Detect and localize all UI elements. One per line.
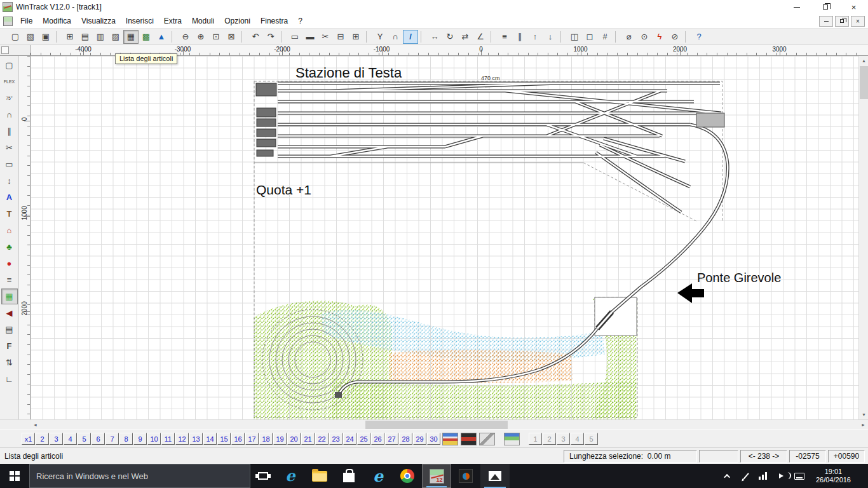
select-area-icon[interactable]: ▢ xyxy=(1,57,18,73)
page-button-29[interactable]: 29 xyxy=(413,433,426,445)
print-preview-icon[interactable]: ⊞ xyxy=(62,30,78,44)
task-view-button[interactable] xyxy=(250,464,276,488)
paste-icon[interactable]: ⊞ xyxy=(348,30,363,44)
tree-icon[interactable]: ♣ xyxy=(1,239,18,255)
horn-icon[interactable]: ◀ xyxy=(1,305,18,321)
page-button-7[interactable]: 7 xyxy=(105,433,119,445)
page-button-16[interactable]: 16 xyxy=(231,433,245,445)
cut-icon[interactable]: ✂ xyxy=(318,30,333,44)
page-button-2[interactable]: 2 xyxy=(36,433,49,445)
page-button-9[interactable]: 9 xyxy=(133,433,147,445)
page-button-17[interactable]: 17 xyxy=(245,433,259,445)
mirror-icon[interactable]: ⇄ xyxy=(458,30,473,44)
file-explorer-taskbar-button[interactable] xyxy=(305,464,334,488)
zoom-all-icon[interactable]: ⊠ xyxy=(224,30,239,44)
open-folder-icon[interactable]: ▧ xyxy=(23,30,38,44)
curve-tool-icon[interactable]: ∩ xyxy=(388,30,403,44)
track-list-icon[interactable]: ▬ xyxy=(302,30,318,44)
aux-page-button-2[interactable]: 2 xyxy=(543,433,556,445)
parts-report-icon[interactable]: ▨ xyxy=(108,30,123,44)
page-button-14[interactable]: 14 xyxy=(203,433,217,445)
align-icon[interactable]: ≡ xyxy=(497,30,512,44)
scroll-right-icon[interactable]: ► xyxy=(858,420,868,430)
page-button-x1[interactable]: x1 xyxy=(22,433,35,445)
swing-bridge-box[interactable] xyxy=(595,297,637,336)
save-icon[interactable]: ▣ xyxy=(38,30,53,44)
plan-gray-icon[interactable] xyxy=(479,433,495,445)
page-button-19[interactable]: 19 xyxy=(273,433,287,445)
restore-button[interactable] xyxy=(811,0,839,14)
store-taskbar-button[interactable] xyxy=(334,464,363,488)
flex-curve-icon[interactable]: ∩ xyxy=(1,107,18,123)
menu-item-modifica[interactable]: Modifica xyxy=(37,15,76,27)
snap-grid-icon[interactable]: # xyxy=(597,30,613,44)
menu-item-inserisci[interactable]: Inserisci xyxy=(121,15,159,27)
copy-icon[interactable]: ⊟ xyxy=(333,30,348,44)
flex-75-icon[interactable]: 75° xyxy=(1,90,18,106)
group-icon[interactable]: ◫ xyxy=(567,30,582,44)
chrome-taskbar-button[interactable] xyxy=(393,464,422,488)
mdi-restore-button[interactable] xyxy=(835,16,849,27)
decoder-icon[interactable]: ▤ xyxy=(1,322,18,337)
marker-icon[interactable]: ● xyxy=(1,255,18,271)
aux-page-button-3[interactable]: 3 xyxy=(557,433,570,445)
view-3d-icon[interactable]: ▲ xyxy=(154,30,169,44)
plan-red-icon[interactable] xyxy=(461,433,477,445)
undo-icon[interactable]: ↶ xyxy=(248,30,263,44)
electric-icon[interactable]: ϟ xyxy=(652,30,667,44)
select-mode-icon[interactable]: ▭ xyxy=(287,30,302,44)
platform-icon[interactable]: ▭ xyxy=(1,156,18,172)
page-button-6[interactable]: 6 xyxy=(92,433,105,445)
aux-page-button-5[interactable]: 5 xyxy=(585,433,598,445)
measure-tool-icon[interactable]: ∟ xyxy=(1,371,18,387)
edge-taskbar-button[interactable]: e xyxy=(276,464,305,488)
keyboard-tray-button[interactable] xyxy=(794,464,804,488)
mdi-close-button[interactable]: × xyxy=(851,16,865,27)
page-button-21[interactable]: 21 xyxy=(301,433,315,445)
plan-blue-icon[interactable] xyxy=(504,433,520,445)
page-button-22[interactable]: 22 xyxy=(315,433,329,445)
text-tool-icon[interactable]: A xyxy=(1,189,18,205)
page-button-8[interactable]: 8 xyxy=(119,433,133,445)
page-button-10[interactable]: 10 xyxy=(147,433,161,445)
internet-explorer-taskbar-button[interactable]: e xyxy=(363,464,393,488)
aux-page-button-4[interactable]: 4 xyxy=(571,433,584,445)
minimize-button[interactable] xyxy=(782,0,811,14)
new-file-icon[interactable]: ▢ xyxy=(8,30,23,44)
height-tool-icon[interactable]: ⇅ xyxy=(1,355,18,370)
label-tool-icon[interactable]: T xyxy=(1,206,18,222)
page-button-12[interactable]: 12 xyxy=(175,433,189,445)
page-button-30[interactable]: 30 xyxy=(427,433,440,445)
texture-icon[interactable]: ▦ xyxy=(1,288,18,304)
scroll-left-icon[interactable]: ◄ xyxy=(31,420,40,430)
stretch-icon[interactable]: ↕ xyxy=(1,173,18,189)
volume-tray-button[interactable] xyxy=(776,464,787,488)
page-button-20[interactable]: 20 xyxy=(287,433,301,445)
ruler-origin-button[interactable] xyxy=(1,46,9,54)
contact-icon[interactable]: ⊙ xyxy=(637,30,652,44)
page-button-23[interactable]: 23 xyxy=(329,433,342,445)
vertical-scrollbar[interactable]: ▲ ▼ xyxy=(858,56,868,419)
menu-item-finestra[interactable]: Finestra xyxy=(255,15,293,27)
scroll-up-icon[interactable]: ▲ xyxy=(859,56,868,65)
page-button-4[interactable]: 4 xyxy=(64,433,77,445)
zoom-in-icon[interactable]: ⊕ xyxy=(193,30,208,44)
distribute-icon[interactable]: ∥ xyxy=(512,30,527,44)
clock[interactable]: 19:01 26/04/2016 xyxy=(812,468,855,484)
redo-icon[interactable]: ↷ xyxy=(263,30,278,44)
measure-icon[interactable]: ⌀ xyxy=(621,30,637,44)
plan-canvas[interactable]: Stazione di Testa Quota +1 Ponte Girevol… xyxy=(31,56,858,419)
wintrack-taskbar-button[interactable] xyxy=(422,464,451,488)
move-icon[interactable]: ↔ xyxy=(427,30,442,44)
scroll-down-icon[interactable]: ▼ xyxy=(859,410,868,419)
start-button[interactable] xyxy=(0,464,29,488)
menu-item-visualizza[interactable]: Visualizza xyxy=(76,15,121,27)
page-setup-icon[interactable]: ▥ xyxy=(93,30,108,44)
pen-tray-button[interactable] xyxy=(741,464,751,488)
print-icon[interactable]: ▤ xyxy=(78,30,93,44)
vertical-scroll-thumb[interactable] xyxy=(860,66,868,99)
page-button-13[interactable]: 13 xyxy=(189,433,203,445)
menu-item-moduli[interactable]: Moduli xyxy=(187,15,219,27)
plan-layers-icon[interactable] xyxy=(442,433,458,445)
station-platforms[interactable] xyxy=(256,83,276,156)
